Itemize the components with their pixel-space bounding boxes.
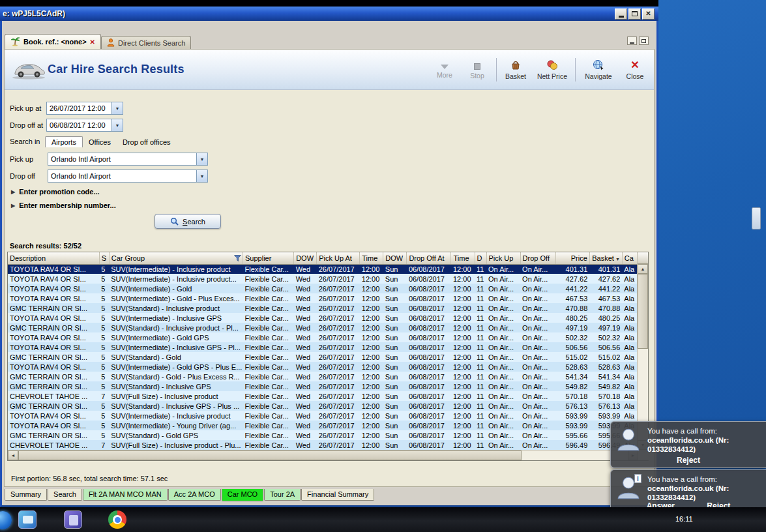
column-header-d[interactable]: D: [475, 252, 486, 264]
column-header-drop-off[interactable]: Drop Off: [520, 252, 555, 264]
table-row[interactable]: CHEVROLET TAHOE ...7SUV(Full Size) - Inc…: [8, 440, 638, 450]
bottom-tab-financial-summary[interactable]: Financial Summary: [301, 489, 374, 501]
column-header-pick-up-at[interactable]: Pick Up At: [317, 252, 360, 264]
table-row[interactable]: GMC TERRAIN OR SI...5SUV(Standard) - Gol…: [8, 352, 638, 362]
nett-price-button[interactable]: Nett Price: [533, 54, 571, 85]
table-cell: Ala: [622, 401, 638, 411]
table-row[interactable]: TOYOTA RAV4 OR SI...5SUV(Intermediate) -…: [8, 411, 638, 421]
window-maximize-button[interactable]: [628, 8, 641, 20]
search-in-tab-airports[interactable]: Airports: [45, 136, 83, 147]
stop-button[interactable]: Stop: [462, 54, 492, 85]
column-header-description[interactable]: Description: [8, 252, 99, 264]
horizontal-scrollbar[interactable]: ◄ ►: [8, 450, 638, 460]
dropoff-value: Orlando Intl Airport: [48, 172, 196, 180]
scroll-up-button[interactable]: ▲: [638, 264, 648, 274]
table-row[interactable]: TOYOTA RAV4 OR SI...5SUV(Intermediate) -…: [8, 284, 638, 293]
clock[interactable]: 16:11: [675, 515, 693, 523]
pickup-at-combobox[interactable]: 26/07/2017 12:00 ▼: [46, 102, 123, 115]
table-row[interactable]: TOYOTA RAV4 OR SI...5SUV(Intermediate) -…: [8, 274, 638, 284]
table-row[interactable]: TOYOTA RAV4 OR SI...5SUV(Intermediate) -…: [8, 264, 638, 274]
table-cell: 593.99: [555, 411, 589, 421]
chevron-down-icon[interactable]: ▼: [196, 153, 207, 165]
table-cell: 26/07/2017: [317, 313, 360, 323]
close-results-button[interactable]: ✕ Close: [620, 54, 650, 85]
dropoff-at-combobox[interactable]: 06/08/2017 12:00 ▼: [46, 119, 123, 132]
table-row[interactable]: GMC TERRAIN OR SI...5SUV(Standard) - Inc…: [8, 401, 638, 411]
reject-button[interactable]: Reject: [677, 456, 700, 465]
promotion-code-expander[interactable]: ▶ Enter promotion code...: [11, 188, 100, 196]
column-header-basket[interactable]: Basket▼: [589, 252, 622, 264]
column-header-time[interactable]: Time: [360, 252, 383, 264]
vertical-scroll-thumb[interactable]: [638, 274, 648, 349]
chevron-down-icon[interactable]: ▼: [111, 102, 123, 114]
scroll-left-button[interactable]: ◄: [8, 451, 18, 460]
window-minimize-button[interactable]: [615, 8, 627, 20]
column-header-dow[interactable]: DOW: [294, 252, 317, 264]
bottom-tab-car-mco[interactable]: Car MCO: [222, 489, 263, 501]
table-cell: TOYOTA RAV4 OR SI...: [8, 362, 99, 372]
table-cell: Flexible Car...: [243, 381, 294, 391]
table-row[interactable]: TOYOTA RAV4 OR SI...5SUV(Intermediate) -…: [8, 313, 638, 323]
window-titlebar[interactable]: e: wPJ5L5CAdR) ✕: [0, 7, 658, 21]
table-row[interactable]: GMC TERRAIN OR SI...5SUV(Standard) - Gol…: [8, 430, 638, 440]
table-cell: 401.31: [555, 264, 589, 274]
tab-direct-clients-search[interactable]: Direct Clients Search: [101, 36, 191, 49]
table-cell: On Air...: [520, 411, 555, 421]
column-header-supplier[interactable]: Supplier: [243, 252, 294, 264]
table-row[interactable]: GMC TERRAIN OR SI...5SUV(Standard) - Gol…: [8, 372, 638, 381]
taskbar-app-icon-1[interactable]: [18, 510, 37, 529]
panel-header: Car Hire Search Results More Stop Basket: [5, 50, 654, 90]
more-button[interactable]: More: [430, 54, 460, 85]
table-cell: Sun: [383, 440, 407, 450]
bottom-tab-tour-2a[interactable]: Tour 2A: [264, 489, 301, 501]
table-row[interactable]: GMC TERRAIN OR SI...5SUV(Standard) - Inc…: [8, 323, 638, 332]
column-header-pick-up[interactable]: Pick Up: [486, 252, 520, 264]
bottom-tab-acc-2a-mco[interactable]: Acc 2A MCO: [168, 489, 221, 501]
membership-number-expander[interactable]: ▶ Enter membership number...: [11, 201, 116, 209]
bottom-tab-search[interactable]: Search: [48, 489, 82, 501]
bottom-tab-summary[interactable]: Summary: [5, 489, 47, 501]
horizontal-scroll-thumb[interactable]: [18, 451, 522, 460]
column-header-ca[interactable]: Ca: [622, 252, 638, 264]
table-cell: Wed: [294, 421, 317, 430]
search-in-tab-offices[interactable]: Offices: [83, 137, 117, 147]
basket-button[interactable]: Basket: [501, 54, 531, 85]
navigate-button[interactable]: Navigate: [580, 54, 617, 85]
column-header-time[interactable]: Time: [451, 252, 475, 264]
window-close-button[interactable]: ✕: [642, 8, 655, 20]
toolbar-separator: [496, 58, 497, 81]
table-row[interactable]: TOYOTA RAV4 OR SI...5SUV(Intermediate) -…: [8, 332, 638, 342]
tab-close-icon[interactable]: ✕: [90, 38, 95, 46]
table-row[interactable]: GMC TERRAIN OR SI...5SUV(Standard) - Inc…: [8, 381, 638, 391]
table-row[interactable]: TOYOTA RAV4 OR SI...5SUV(Intermediate) -…: [8, 293, 638, 303]
bottom-tab-flt-2a-man-mco-man[interactable]: Flt 2A MAN MCO MAN: [83, 489, 168, 501]
tab-booking-ref[interactable]: Book. ref.: <none> ✕: [5, 34, 101, 49]
search-button[interactable]: Search: [155, 214, 221, 229]
column-header-s[interactable]: S: [99, 252, 109, 264]
chevron-down-icon[interactable]: ▼: [111, 119, 123, 131]
search-in-tab-drop-off-offices[interactable]: Drop off offices: [117, 137, 177, 147]
column-header-drop-off-at[interactable]: Drop Off At: [407, 252, 451, 264]
start-button[interactable]: [0, 511, 12, 529]
table-row[interactable]: TOYOTA RAV4 OR SI...5SUV(Intermediate) -…: [8, 421, 638, 430]
taskbar-app-icon-2[interactable]: [64, 510, 82, 529]
table-cell: Sun: [383, 381, 407, 391]
table-row[interactable]: TOYOTA RAV4 OR SI...5SUV(Intermediate) -…: [8, 342, 638, 352]
chevron-down-icon[interactable]: ▼: [196, 170, 207, 182]
pickup-combobox[interactable]: Orlando Intl Airport ▼: [48, 153, 208, 166]
column-header-car-group[interactable]: Car Group: [109, 252, 243, 264]
column-header-price[interactable]: Price: [555, 252, 589, 264]
mdi-minimize-button[interactable]: [627, 37, 637, 45]
dropoff-combobox[interactable]: Orlando Intl Airport ▼: [48, 170, 208, 183]
table-cell: TOYOTA RAV4 OR SI...: [8, 411, 99, 421]
table-cell: Flexible Car...: [243, 430, 294, 440]
column-header-dow[interactable]: DOW: [383, 252, 407, 264]
vertical-scrollbar[interactable]: ▲ ▼: [637, 252, 648, 450]
mdi-restore-button[interactable]: [639, 37, 649, 45]
table-cell: 5: [99, 372, 109, 381]
table-row[interactable]: CHEVROLET TAHOE ...7SUV(Full Size) - Inc…: [8, 391, 638, 401]
chrome-icon[interactable]: [108, 510, 126, 529]
table-row[interactable]: GMC TERRAIN OR SI...5SUV(Standard) - Inc…: [8, 303, 638, 313]
membership-number-label: Enter membership number...: [19, 201, 116, 209]
table-row[interactable]: TOYOTA RAV4 OR SI...5SUV(Intermediate) -…: [8, 362, 638, 372]
